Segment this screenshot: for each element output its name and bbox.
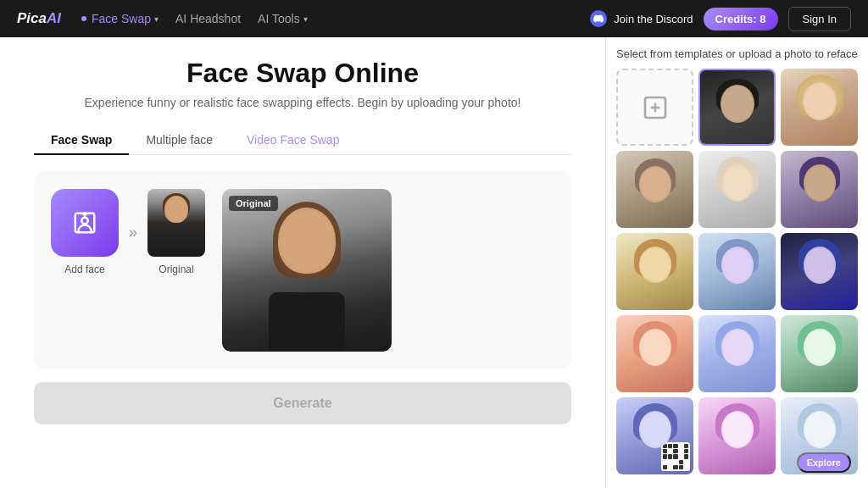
active-dot: [81, 16, 86, 21]
page-title: Face Swap Online: [34, 58, 571, 89]
nav-ai-headshot[interactable]: AI Headshot: [175, 12, 241, 25]
navbar: PicaAI Face Swap ▾ AI Headshot AI Tools …: [0, 0, 868, 37]
template-item-13[interactable]: [698, 397, 776, 474]
original-thumb-area: Original: [147, 189, 205, 275]
template-item-8[interactable]: [781, 233, 858, 310]
original-label: Original: [159, 263, 193, 275]
template-item-10[interactable]: [698, 315, 776, 392]
face-controls: Add face » Original: [51, 189, 205, 275]
chevron-down-icon-2: ▾: [303, 14, 308, 24]
page-subtitle: Experience funny or realistic face swapp…: [34, 96, 571, 109]
template-grid: [616, 69, 858, 474]
right-panel: Select from templates or upload a photo …: [605, 37, 868, 488]
template-item-1[interactable]: [698, 69, 776, 146]
nav-ai-tools[interactable]: AI Tools ▾: [258, 12, 308, 25]
right-panel-title: Select from templates or upload a photo …: [616, 47, 858, 60]
nav-face-swap[interactable]: Face Swap ▾: [81, 12, 159, 25]
signin-button[interactable]: Sign In: [788, 7, 851, 31]
template-item-4[interactable]: [698, 151, 776, 228]
discord-button[interactable]: Join the Discord: [590, 10, 693, 27]
discord-label: Join the Discord: [614, 13, 693, 25]
tab-bar: Face Swap Multiple face Video Face Swap: [34, 126, 571, 155]
add-face-area: Add face: [51, 189, 119, 275]
preview-area[interactable]: Original: [222, 189, 392, 352]
main-layout: Face Swap Online Experience funny or rea…: [0, 37, 868, 488]
template-item-12[interactable]: [616, 397, 693, 474]
left-panel: Face Swap Online Experience funny or rea…: [0, 37, 605, 488]
preview-image-area: Original: [222, 189, 392, 352]
template-item-9[interactable]: [616, 315, 693, 392]
original-thumbnail[interactable]: [147, 189, 205, 257]
arrow-icon: »: [129, 224, 137, 241]
tab-face-swap[interactable]: Face Swap: [34, 126, 129, 155]
template-item-6[interactable]: [616, 233, 693, 310]
upload-photo-button[interactable]: [616, 69, 693, 146]
thumb-image: [147, 189, 205, 257]
tab-video-face-swap[interactable]: Video Face Swap: [230, 126, 356, 155]
logo[interactable]: PicaAI: [17, 10, 61, 27]
tab-multiple-face[interactable]: Multiple face: [129, 126, 230, 155]
template-item-2[interactable]: [781, 69, 858, 146]
original-badge: Original: [229, 196, 278, 211]
chevron-down-icon: ▾: [154, 14, 159, 24]
explore-button[interactable]: Explore: [797, 452, 851, 473]
logo-text: PicaAI: [17, 10, 61, 27]
svg-point-1: [81, 218, 88, 225]
discord-icon: [590, 10, 607, 27]
add-face-button[interactable]: [51, 189, 119, 257]
template-item-3[interactable]: [616, 151, 693, 228]
template-item-11[interactable]: [781, 315, 858, 392]
credits-button[interactable]: Credits: 8: [704, 8, 778, 30]
nav-right: Join the Discord Credits: 8 Sign In: [590, 7, 851, 31]
template-item-5[interactable]: [781, 151, 858, 228]
generate-button[interactable]: Generate: [34, 382, 571, 424]
add-face-label: Add face: [64, 263, 104, 275]
nav-links: Face Swap ▾ AI Headshot AI Tools ▾: [81, 12, 570, 25]
workspace: Add face » Original: [34, 172, 571, 369]
template-item-7[interactable]: [698, 233, 776, 310]
